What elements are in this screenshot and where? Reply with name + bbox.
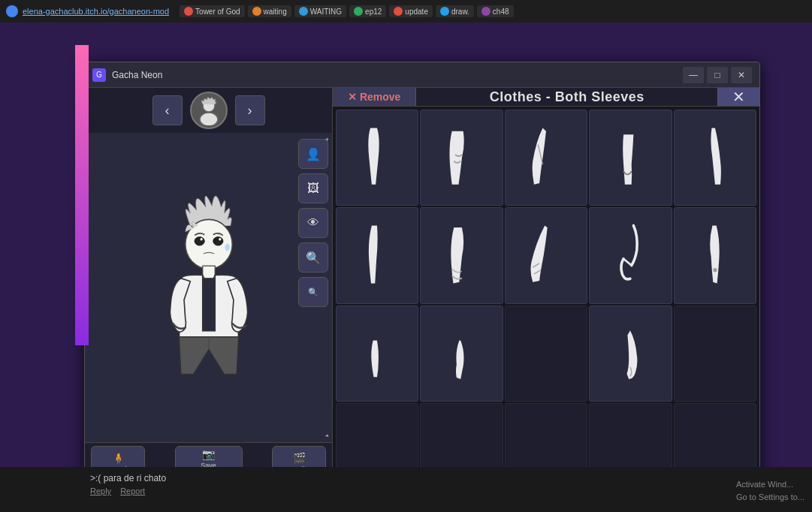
comment-actions: Reply Report	[90, 486, 722, 495]
char-prev-button[interactable]: ‹	[152, 95, 183, 125]
report-link[interactable]: Report	[120, 486, 145, 495]
activate-windows-notice: Activate Wind... Go to Settings to...	[736, 478, 804, 504]
svg-point-2	[185, 219, 232, 269]
sleeve-icon-12	[433, 321, 491, 387]
svg-line-14	[624, 259, 632, 266]
sleeve-icon-2	[433, 125, 491, 191]
clothes-item-6[interactable]	[336, 207, 418, 303]
window-title: Gacha Neon	[112, 70, 677, 80]
clothes-item-9[interactable]	[589, 207, 672, 303]
tab-update[interactable]: update	[389, 5, 433, 17]
svg-text:ぁ: ぁ	[626, 153, 631, 159]
background-button[interactable]: 🖼	[298, 173, 328, 203]
tab-waiting[interactable]: waiting	[248, 5, 291, 17]
tab-waiting2[interactable]: WAITING	[294, 5, 346, 17]
comment-area: >:( para de ri chato Reply Report	[0, 467, 812, 512]
sleeve-icon-4: ぁ	[602, 125, 659, 191]
svg-rect-8	[202, 266, 214, 278]
clothes-item-3[interactable]	[505, 110, 587, 206]
avatar-icon	[194, 95, 224, 125]
minimize-button[interactable]: —	[683, 67, 704, 83]
window-close-button[interactable]: ✕	[731, 67, 752, 83]
character-avatar	[190, 92, 228, 129]
add-character-button[interactable]: 👤 +	[298, 139, 328, 169]
browser-url[interactable]: elena-gachaclub.itch.io/gachaneon-mod	[23, 7, 169, 16]
char-next-button[interactable]: ›	[235, 95, 265, 125]
svg-point-3	[195, 236, 204, 245]
clothes-item-5[interactable]	[674, 110, 756, 206]
svg-point-4	[213, 236, 222, 245]
sleeve-icon-10	[687, 222, 744, 289]
clothes-header: ✕ Remove Clothes - Both Sleeves ✕	[333, 88, 759, 107]
sleeve-icon-5	[687, 125, 744, 191]
browser-favicon	[6, 5, 18, 17]
app-icon: G	[92, 68, 106, 82]
sleeve-icon-3	[518, 125, 575, 191]
clothes-item-14[interactable]	[589, 306, 672, 402]
sidebar-icon-panel: 👤 + 🖼 👁 🔍 +	[294, 133, 332, 442]
sleeve-icon-8	[518, 222, 575, 289]
svg-point-6	[219, 238, 221, 240]
content-area: ‹ ›	[85, 88, 759, 481]
tab-ep12[interactable]: ep12	[349, 5, 386, 17]
character-navigation: ‹ ›	[85, 88, 332, 133]
tab-ch48[interactable]: ch48	[477, 5, 514, 17]
character-display: 👤 + 🖼 👁 🔍 +	[85, 133, 332, 442]
zoom-in-button[interactable]: 🔍 +	[298, 242, 328, 273]
clothes-item-4[interactable]: ぁ	[589, 110, 672, 206]
remove-button[interactable]: ✕ Remove	[333, 88, 416, 106]
sleeve-icon-14	[602, 321, 659, 387]
window-controls: — □ ✕	[683, 67, 752, 83]
clothes-item-12[interactable]	[420, 306, 503, 402]
character-sprite	[134, 182, 284, 393]
clothes-item-7[interactable]	[420, 207, 503, 303]
clothes-item-8[interactable]	[505, 207, 587, 303]
desktop: G Gacha Neon — □ ✕ ‹	[0, 23, 812, 512]
browser-tabs: Tower of God waiting WAITING ep12 update…	[180, 5, 513, 17]
sleeve-icon-6	[349, 222, 406, 289]
title-bar: G Gacha Neon — □ ✕	[85, 62, 759, 88]
clothes-title: Clothes - Both Sleeves	[416, 89, 717, 105]
comment-text: >:( para de ri chato	[90, 473, 722, 483]
clothes-grid: ぁ	[333, 107, 759, 482]
clothes-item-2[interactable]	[420, 110, 503, 206]
sidebar-strip	[75, 45, 89, 345]
sleeve-icon-11	[349, 321, 406, 387]
reply-link[interactable]: Reply	[90, 486, 111, 495]
clothes-item-15[interactable]	[674, 306, 756, 402]
clothes-panel: ✕ Remove Clothes - Both Sleeves ✕	[333, 88, 759, 481]
clothes-item-11[interactable]	[336, 306, 418, 402]
svg-point-1	[200, 113, 218, 125]
sleeve-icon-1	[349, 125, 406, 191]
taskbar: elena-gachaclub.itch.io/gachaneon-mod To…	[0, 0, 812, 23]
tab-twitter[interactable]: draw.	[436, 5, 474, 17]
app-window: G Gacha Neon — □ ✕ ‹	[84, 62, 760, 482]
svg-point-5	[200, 238, 202, 240]
clothes-item-10[interactable]	[674, 207, 756, 303]
svg-point-15	[713, 268, 717, 272]
clothes-close-button[interactable]: ✕	[717, 88, 759, 106]
zoom-out-button[interactable]: 🔍 −	[298, 277, 328, 307]
left-panel: ‹ ›	[85, 88, 333, 481]
tab-tower-of-god[interactable]: Tower of God	[180, 5, 244, 17]
svg-point-7	[225, 244, 230, 251]
visibility-button[interactable]: 👁	[298, 208, 328, 238]
maximize-button[interactable]: □	[707, 67, 728, 83]
sleeve-icon-9	[602, 222, 659, 289]
sleeve-icon-7	[433, 222, 491, 289]
clothes-item-13[interactable]	[505, 306, 587, 402]
clothes-item-1[interactable]	[336, 110, 418, 206]
